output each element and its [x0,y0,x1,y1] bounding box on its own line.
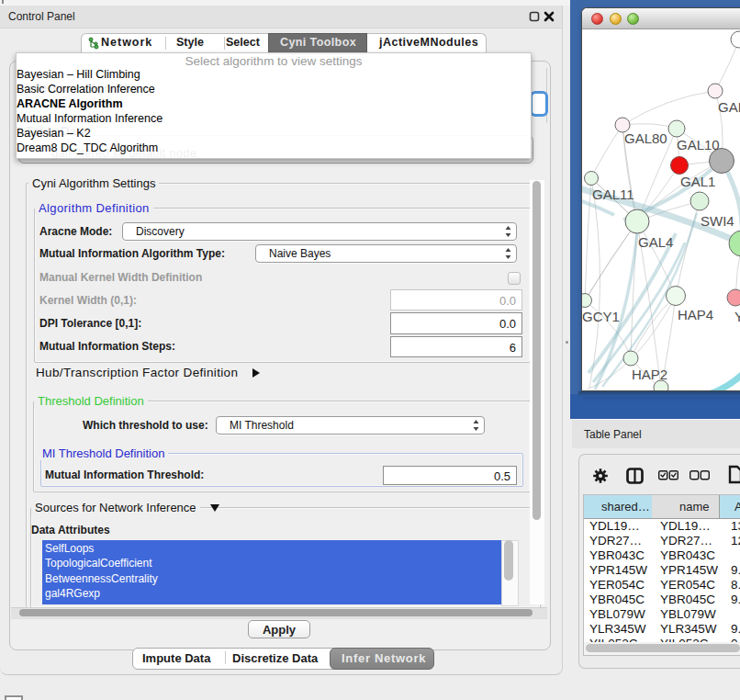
svg-text:GAL11: GAL11 [592,186,634,202]
svg-text:HAP4: HAP4 [678,307,713,322]
svg-text:GAL80: GAL80 [624,130,667,146]
svg-text:GAL4: GAL4 [638,234,673,250]
svg-text:SWI4: SWI4 [701,213,734,229]
svg-text:GAL10: GAL10 [677,137,720,152]
svg-text:GAL1: GAL1 [680,174,715,189]
svg-text:HAP2: HAP2 [632,367,667,382]
svg-text:GCY1: GCY1 [582,309,620,324]
svg-text:GAL7: GAL7 [718,99,740,115]
svg-text:Y: Y [734,309,740,324]
